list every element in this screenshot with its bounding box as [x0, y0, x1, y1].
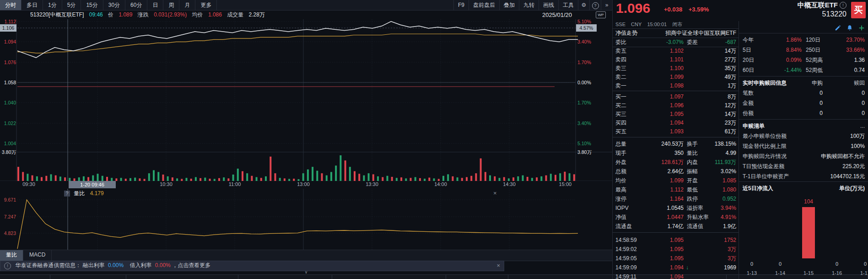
tick-price: 1.095 — [670, 235, 684, 245]
book-row[interactable]: 买二1.09612万 — [613, 101, 739, 110]
svg-text:0: 0 — [750, 261, 753, 267]
toolbar-tools: F9盘前盘后叠加九转画线工具⚙?» — [453, 0, 612, 10]
market-status: 闭市 — [672, 22, 682, 27]
edit-pencil-icon[interactable] — [835, 25, 841, 31]
toolbar-item-工具[interactable]: 工具 — [558, 0, 578, 10]
period-tab-分时[interactable]: 分时 — [0, 0, 22, 10]
svg-text:1-14: 1-14 — [775, 270, 785, 276]
time-tick-label: 09:30 — [22, 181, 35, 187]
nav-label[interactable]: 净值走势 — [615, 28, 637, 38]
perf-row: 20日0.09%52周高1.36 — [739, 55, 868, 65]
tick-row: 14:59:051.0953万 — [613, 254, 739, 263]
detail-label: 申购赎回允许情况 — [743, 151, 787, 161]
fund-full-name[interactable]: 招商中证全球中国互联网ETF — [665, 28, 736, 38]
book-row[interactable]: 卖四1.10127万 — [613, 55, 739, 64]
book-row[interactable]: 买五1.09361万 — [613, 127, 739, 136]
pct-axis-label: 1.70% — [577, 99, 598, 106]
last-price: 1.096 — [616, 0, 650, 16]
period-tab-5分[interactable]: 5分 — [62, 0, 81, 10]
detail-value: 225.20元 — [842, 161, 865, 171]
help-icon[interactable]: ? — [64, 191, 70, 197]
svg-text:1-15: 1-15 — [803, 270, 814, 276]
fund-detail-row: 最小申赎单位份额100万 — [739, 131, 868, 141]
period-tab-1分[interactable]: 1分 — [43, 0, 62, 10]
period-tab-15分[interactable]: 15分 — [81, 0, 103, 10]
stat-row: 涨停1.164跌停0.952 — [613, 194, 739, 203]
close-icon[interactable]: × — [493, 190, 497, 197]
wp-monitor-icon[interactable]: WP — [596, 11, 606, 18]
book-price: 1.095 — [670, 110, 684, 119]
stat-value: 1.74亿 — [668, 222, 684, 231]
divider — [613, 232, 739, 233]
stat-label: 现手 — [615, 148, 626, 158]
toolbar-item-叠加[interactable]: 叠加 — [499, 0, 519, 10]
collapse-strip[interactable]: ∨ — [0, 271, 612, 274]
toolbar-item-九转[interactable]: 九转 — [519, 0, 539, 10]
book-level-label: 卖一 — [615, 82, 626, 90]
stat-value: 1.0545 — [667, 203, 684, 213]
period-tab-月[interactable]: 月 — [179, 0, 195, 10]
book-row[interactable]: 买一1.0978万 — [613, 93, 739, 101]
price-volume-chart-canvas[interactable] — [0, 19, 612, 181]
detail-label: 最小申赎单位份额 — [743, 131, 787, 141]
period-tab-多日[interactable]: 多日 — [22, 0, 43, 10]
rt-rows: 笔数00金额00份额00 — [739, 88, 868, 118]
divider — [739, 181, 868, 182]
intraday-chart[interactable]: 1.106 4.57% 3.80万 3.80万 1-20 09:46 09:30… — [0, 19, 612, 189]
trading-app-window: 分时多日1分5分15分30分60分日周月更多 F9盘前盘后叠加九转画线工具⚙?»… — [0, 0, 868, 279]
rt-row: 金额00 — [739, 98, 868, 108]
price-label: 价 — [108, 11, 113, 18]
more-chevrons-icon[interactable]: » — [601, 0, 612, 10]
notice-suffix[interactable]: ，点击查看更多 — [172, 262, 210, 268]
alert-bell-icon[interactable] — [846, 25, 853, 31]
price-axis-label: 1.004 — [0, 140, 16, 147]
nav-link-row[interactable]: 净值走势 招商中证全球中国互联网ETF — [613, 28, 739, 38]
svg-text:0: 0 — [836, 261, 838, 267]
book-level-label: 买四 — [615, 119, 626, 127]
exchange-label: SSE — [615, 22, 625, 27]
period-tab-30分[interactable]: 30分 — [103, 0, 125, 10]
add-plus-icon[interactable] — [858, 25, 865, 31]
stat-value: 1.085 — [722, 176, 736, 185]
chevron-down-icon[interactable]: ∨ — [305, 270, 308, 274]
arrow-down-icon: ↓ — [686, 263, 689, 272]
period-tab-周[interactable]: 周 — [163, 0, 179, 10]
toolbar-item-F9[interactable]: F9 — [453, 0, 469, 10]
pct-axis-label: 1.70% — [577, 59, 598, 66]
period-tab-60分[interactable]: 60分 — [125, 0, 147, 10]
book-row[interactable]: 买三1.09514万 — [613, 110, 739, 119]
book-row[interactable]: 卖二1.09949万 — [613, 73, 739, 82]
info-icon[interactable]: ! — [840, 2, 846, 9]
currency-label: CNY — [631, 22, 642, 27]
book-price: 1.099 — [670, 73, 684, 82]
period-tab-更多[interactable]: 更多 — [195, 0, 217, 10]
indicator-tab-MACD[interactable]: MACD — [23, 250, 52, 261]
liangbi-subchart[interactable]: ? 量比 4.179 × 9.6717.2474.823 — [0, 189, 612, 250]
book-row[interactable]: 买四1.09423万 — [613, 119, 739, 127]
liangbi-chart-canvas[interactable] — [0, 189, 612, 250]
book-row[interactable]: 卖三1.10035万 — [613, 64, 739, 73]
pct-axis-label: 3.40% — [577, 38, 598, 45]
stat-value: 1.099 — [670, 176, 684, 185]
indicator-tab-量比[interactable]: 量比 — [0, 250, 23, 261]
list-title: 申赎清单 — [743, 121, 765, 131]
close-icon[interactable]: × — [496, 261, 500, 270]
stat-value: 240.53万 — [661, 139, 684, 148]
toolbar-item-盘前盘后[interactable]: 盘前盘后 — [469, 0, 499, 10]
symbol-label: 513220[中概互联ETF] — [30, 11, 84, 18]
margin-notice-bar[interactable]: ! 华泰证券融券通供需信息： 融出利率 0.00% 借入利率 0.00% ，点击… — [0, 261, 504, 271]
buy-button[interactable]: 买 — [851, 2, 866, 18]
price-axis-label: 1.022 — [0, 120, 16, 127]
help-icon[interactable]: ? — [589, 0, 601, 10]
book-level-label: 买三 — [615, 110, 626, 119]
gear-icon[interactable]: ⚙ — [578, 0, 589, 10]
period-tab-日[interactable]: 日 — [147, 0, 163, 10]
more-ellipsis[interactable]: ... — [860, 121, 865, 131]
stat-value: 3.94% — [721, 203, 736, 213]
toolbar-item-画线[interactable]: 画线 — [539, 0, 558, 10]
table-cell-edge — [126, 275, 238, 279]
book-row[interactable]: 卖五1.10214万 — [613, 47, 739, 55]
book-row[interactable]: 卖一1.0981万 — [613, 82, 739, 90]
perf-value: 1.86% — [786, 35, 802, 45]
stat-label: 升贴水率 — [687, 213, 709, 222]
